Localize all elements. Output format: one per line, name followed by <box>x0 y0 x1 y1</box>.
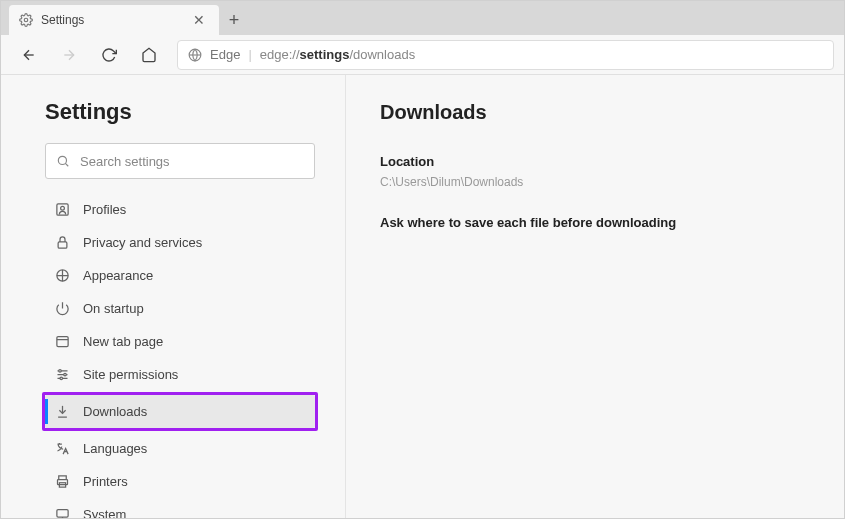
search-placeholder: Search settings <box>80 154 170 169</box>
nav-label: Appearance <box>83 268 153 283</box>
nav-newtab[interactable]: New tab page <box>45 325 315 358</box>
nav-label: Site permissions <box>83 367 178 382</box>
svg-point-4 <box>60 206 64 210</box>
profile-icon <box>53 202 71 217</box>
home-button[interactable] <box>131 39 167 71</box>
address-source: Edge <box>210 47 240 62</box>
nav-label: Downloads <box>83 404 147 419</box>
location-label: Location <box>380 154 810 169</box>
settings-nav: Profiles Privacy and services Appearance… <box>45 193 315 519</box>
nav-appearance[interactable]: Appearance <box>45 259 315 292</box>
power-icon <box>53 301 71 316</box>
page-title: Settings <box>45 99 315 125</box>
new-tab-button[interactable]: + <box>219 5 249 35</box>
address-bar[interactable]: Edge | edge://settings/downloads <box>177 40 834 70</box>
window-icon <box>53 334 71 349</box>
tab-bar: Settings ✕ + <box>1 1 844 35</box>
tab-title: Settings <box>41 13 84 27</box>
nav-label: Privacy and services <box>83 235 202 250</box>
forward-button[interactable] <box>51 39 87 71</box>
nav-label: New tab page <box>83 334 163 349</box>
nav-label: Languages <box>83 441 147 456</box>
nav-startup[interactable]: On startup <box>45 292 315 325</box>
appearance-icon <box>53 268 71 283</box>
panel-title: Downloads <box>380 101 810 124</box>
nav-label: On startup <box>83 301 144 316</box>
nav-printers[interactable]: Printers <box>45 465 315 498</box>
toolbar: Edge | edge://settings/downloads <box>1 35 844 75</box>
close-tab-button[interactable]: ✕ <box>189 11 209 29</box>
printer-icon <box>53 474 71 489</box>
lock-icon <box>53 235 71 250</box>
download-icon <box>53 404 71 419</box>
nav-label: Profiles <box>83 202 126 217</box>
location-path: C:\Users\Dilum\Downloads <box>380 175 810 189</box>
svg-point-10 <box>60 377 63 380</box>
svg-rect-13 <box>56 510 67 518</box>
search-input[interactable]: Search settings <box>45 143 315 179</box>
svg-point-8 <box>58 370 61 373</box>
highlight-annotation: Downloads <box>42 392 318 431</box>
nav-system[interactable]: System <box>45 498 315 519</box>
nav-permissions[interactable]: Site permissions <box>45 358 315 391</box>
svg-rect-5 <box>58 242 67 248</box>
search-icon <box>56 154 70 168</box>
address-url: edge://settings/downloads <box>260 47 415 62</box>
address-separator: | <box>248 47 251 62</box>
settings-sidebar: Settings Search settings Profiles Privac… <box>1 75 346 518</box>
ask-where-label: Ask where to save each file before downl… <box>380 215 810 230</box>
svg-point-2 <box>58 156 66 164</box>
language-icon <box>53 441 71 456</box>
content-area: Settings Search settings Profiles Privac… <box>1 75 844 518</box>
nav-profiles[interactable]: Profiles <box>45 193 315 226</box>
nav-label: Printers <box>83 474 128 489</box>
nav-privacy[interactable]: Privacy and services <box>45 226 315 259</box>
browser-tab[interactable]: Settings ✕ <box>9 5 219 35</box>
refresh-button[interactable] <box>91 39 127 71</box>
nav-languages[interactable]: Languages <box>45 432 315 465</box>
svg-point-9 <box>63 373 66 376</box>
svg-rect-7 <box>56 337 67 347</box>
nav-downloads[interactable]: Downloads <box>45 395 315 428</box>
svg-point-0 <box>24 18 28 22</box>
nav-label: System <box>83 507 126 519</box>
back-button[interactable] <box>11 39 47 71</box>
system-icon <box>53 507 71 519</box>
sliders-icon <box>53 367 71 382</box>
globe-icon <box>188 48 202 62</box>
settings-panel: Downloads Location C:\Users\Dilum\Downlo… <box>346 75 844 518</box>
gear-icon <box>19 13 33 27</box>
